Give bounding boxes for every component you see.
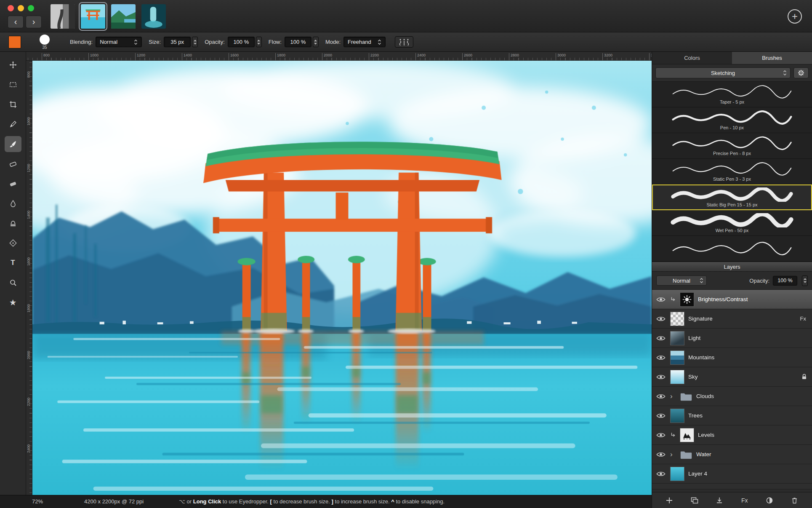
add-layer-button[interactable] <box>664 495 675 506</box>
eraser-tool[interactable] <box>5 156 21 172</box>
blending-dropdown[interactable]: Normal <box>96 37 142 47</box>
visibility-eye-icon[interactable] <box>656 452 666 457</box>
layer-row[interactable]: Layer 4 <box>652 464 812 484</box>
brush-item[interactable]: Wet Pen - 50 px <box>652 210 812 236</box>
opacity-field[interactable]: 100 % <box>228 37 255 47</box>
layer-row[interactable]: Levels <box>652 425 812 445</box>
brush-item[interactable]: Precise Pen - 8 px <box>652 133 812 159</box>
photo-bw-thumbnail[interactable] <box>51 4 75 29</box>
ruler-top[interactable]: 8001000120014001600180020002200240026002… <box>26 52 652 61</box>
ruler-top-label: 2000 <box>322 53 332 61</box>
ruler-top-label: 2200 <box>369 53 379 61</box>
paint-brush-tool[interactable] <box>5 136 21 152</box>
mode-dropdown[interactable]: Freehand <box>343 37 386 47</box>
layer-row[interactable]: ›Clouds <box>652 387 812 406</box>
layer-thumbnail[interactable] <box>670 467 684 481</box>
waterfall-photo-thumbnail[interactable] <box>141 4 166 29</box>
move-tool[interactable] <box>5 57 21 73</box>
brush-tip-preview[interactable]: 35 <box>37 34 52 50</box>
visibility-eye-icon[interactable] <box>656 393 666 399</box>
visibility-eye-icon[interactable] <box>656 355 666 361</box>
symmetry-button[interactable] <box>395 36 413 48</box>
folder-icon <box>680 450 692 459</box>
size-field[interactable]: 35 px <box>164 37 191 47</box>
crop-tool[interactable] <box>5 96 21 112</box>
layer-row[interactable]: Mountains <box>652 348 812 367</box>
brush-item[interactable]: Taper - 5 px <box>652 82 812 107</box>
flow-field[interactable]: 100 % <box>285 37 311 47</box>
forward-button[interactable]: › <box>26 16 42 28</box>
opacity-stepper[interactable] <box>256 37 262 47</box>
zoom-window-button[interactable] <box>28 5 34 11</box>
visibility-eye-icon[interactable] <box>656 335 666 341</box>
torii-painting-thumbnail[interactable] <box>81 4 105 29</box>
visibility-eye-icon[interactable] <box>656 316 666 322</box>
clone-stamp-tool[interactable] <box>5 215 21 231</box>
layer-name: Trees <box>688 412 808 419</box>
brush-item[interactable] <box>652 236 812 262</box>
layer-thumbnail[interactable] <box>680 428 694 442</box>
close-window-button[interactable] <box>8 5 14 11</box>
layer-name: Sky <box>688 374 798 380</box>
layer-thumbnail[interactable] <box>670 350 684 365</box>
adjustment-button[interactable] <box>764 495 775 506</box>
size-stepper[interactable] <box>192 37 198 47</box>
visibility-eye-icon[interactable] <box>656 432 666 438</box>
brush-item[interactable]: Static Big Pen 15 - 15 px <box>652 184 812 210</box>
visibility-eye-icon[interactable] <box>656 297 666 302</box>
layer-thumbnail[interactable] <box>670 370 684 384</box>
brush-item[interactable]: Static Pen 3 - 3 px <box>652 159 812 184</box>
layer-row[interactable]: SignatureFx <box>652 309 812 329</box>
pencil-tool[interactable] <box>5 116 21 132</box>
visibility-eye-icon[interactable] <box>656 471 666 477</box>
minimize-window-button[interactable] <box>18 5 24 11</box>
layer-row[interactable]: Light <box>652 329 812 348</box>
active-color-swatch[interactable] <box>8 36 21 48</box>
brush-category-dropdown[interactable]: Sketching <box>655 67 791 78</box>
layer-blend-mode-dropdown[interactable]: Normal <box>656 275 707 286</box>
layer-thumbnail[interactable] <box>670 409 684 423</box>
canvas-viewport[interactable] <box>32 61 652 495</box>
new-document-button[interactable]: + <box>788 9 802 24</box>
layer-effects-button[interactable]: Fx <box>739 495 750 506</box>
brush-settings-button[interactable] <box>793 67 809 78</box>
mesh-warp-tool[interactable] <box>5 235 21 251</box>
tab-brushes[interactable]: Brushes <box>732 52 812 64</box>
visibility-eye-icon[interactable] <box>656 374 666 380</box>
disclosure-arrow-icon[interactable]: › <box>670 451 676 458</box>
import-content-button[interactable] <box>714 495 725 506</box>
layer-opacity-field[interactable]: 100 % <box>773 276 797 286</box>
coast-photo-thumbnail[interactable] <box>111 4 136 29</box>
opacity-label: Opacity: <box>205 39 225 45</box>
zoom-tool[interactable] <box>5 275 21 291</box>
flow-stepper[interactable] <box>313 37 319 47</box>
visibility-eye-icon[interactable] <box>656 413 666 419</box>
brush-item[interactable]: Pen - 10 px <box>652 107 812 133</box>
smudge-tool[interactable] <box>5 195 21 211</box>
back-button[interactable]: ‹ <box>8 16 24 28</box>
layer-opacity-stepper[interactable] <box>802 275 808 286</box>
ruler-top-label: 1200 <box>135 53 145 61</box>
disclosure-arrow-icon[interactable]: › <box>670 393 676 400</box>
brush-label: Taper - 5 px <box>720 100 744 104</box>
add-group-button[interactable] <box>689 495 700 506</box>
ruler-left[interactable]: 80010001200140016001800200022002400 <box>26 61 32 495</box>
layer-row[interactable]: Trees <box>652 406 812 425</box>
background-eraser-tool[interactable] <box>5 176 21 192</box>
ruler-left-label: 2000 <box>26 347 31 364</box>
fx-badge[interactable]: Fx <box>800 315 806 322</box>
stepper-arrows-icon <box>193 39 197 45</box>
tab-colors[interactable]: Colors <box>652 52 732 64</box>
layer-thumbnail[interactable] <box>670 312 684 326</box>
text-tool[interactable]: T <box>5 255 21 271</box>
layer-thumbnail[interactable] <box>680 292 694 307</box>
favorites-tool[interactable]: ★ <box>5 294 21 310</box>
brush-options-toolbar: 35 Blending: Normal Size: 35 px Opacity:… <box>0 32 812 52</box>
delete-layer-button[interactable] <box>789 495 800 506</box>
layer-row[interactable]: Sky <box>652 367 812 387</box>
layer-row[interactable]: ›Water <box>652 445 812 464</box>
layer-thumbnail[interactable] <box>670 331 684 345</box>
zoom-level[interactable]: 72% <box>32 498 43 505</box>
layer-row[interactable]: Brightness/Contrast <box>652 290 812 309</box>
marquee-select-tool[interactable] <box>5 77 21 93</box>
